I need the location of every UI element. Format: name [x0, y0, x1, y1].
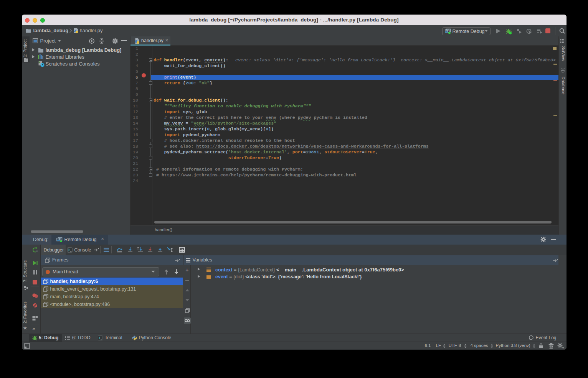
svg-text:?: ? — [562, 346, 564, 350]
